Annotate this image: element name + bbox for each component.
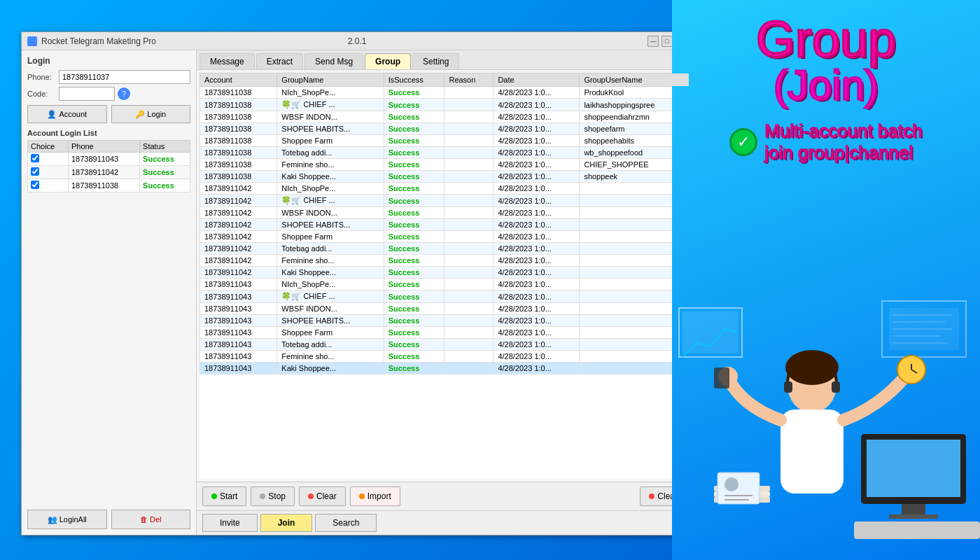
tab-sendmsg[interactable]: Send Msg xyxy=(304,53,363,69)
tab-join[interactable]: Join xyxy=(260,514,313,532)
cell-issuccess: Success xyxy=(384,219,444,231)
promo-join-text: (Join) xyxy=(756,64,896,106)
login-buttons: 👤 Account 🔑 Login xyxy=(27,105,190,123)
cell-reason xyxy=(444,303,493,315)
del-button[interactable]: 🗑 Del xyxy=(111,510,191,529)
table-row[interactable]: 18738911042 Feminine sho... Success 4/28… xyxy=(200,255,690,267)
tab-extract[interactable]: Extract xyxy=(256,53,303,69)
account-list-title: Account Login List xyxy=(27,129,190,137)
cell-date: 4/28/2023 1:0... xyxy=(493,279,580,290)
cell-issuccess: Success xyxy=(384,87,444,99)
cell-reason xyxy=(444,147,493,159)
sidebar-bottom: 👥 LoginAll 🗑 Del xyxy=(27,510,190,529)
table-row[interactable]: 18738911043 Totebag addi... Success 4/28… xyxy=(200,339,690,351)
del-icon: 🗑 xyxy=(140,515,148,524)
account-check-cell[interactable] xyxy=(28,153,69,166)
table-row[interactable]: 18738911042 🍀🛒 CHIEF ... Success 4/28/20… xyxy=(200,195,690,207)
table-row[interactable]: 18738911038 Kaki Shoppee... Success 4/28… xyxy=(200,171,690,183)
account-button[interactable]: 👤 Account xyxy=(27,105,107,123)
import-button[interactable]: Import xyxy=(350,486,400,506)
phone-input[interactable] xyxy=(59,70,190,84)
tab-invite[interactable]: Invite xyxy=(202,514,258,532)
cell-reason xyxy=(444,231,493,243)
tab-message[interactable]: Message xyxy=(200,53,255,69)
cell-groupname: Kaki Shoppee... xyxy=(277,363,384,374)
cell-account: 18738911043 xyxy=(200,327,277,339)
table-row[interactable]: 18738911043 SHOPEE HABITS... Success 4/2… xyxy=(200,315,690,327)
clear-button[interactable]: Clear xyxy=(299,486,346,506)
cell-groupname: SHOPEE HABITS... xyxy=(277,219,384,231)
cell-account: 18738911043 xyxy=(200,290,277,303)
table-row[interactable]: 18738911043 🍀🛒 CHIEF ... Success 4/28/20… xyxy=(200,290,690,303)
bottom-toolbar: Start Stop Clear Import Clear xyxy=(197,482,692,510)
tab-setting[interactable]: Setting xyxy=(412,53,459,69)
table-row[interactable]: 18738911042 Shoppee Farm Success 4/28/20… xyxy=(200,231,690,243)
table-row[interactable]: 18738911042 Kaki Shoppee... Success 4/28… xyxy=(200,267,690,279)
svg-point-10 xyxy=(785,350,839,385)
cell-reason xyxy=(444,290,493,303)
code-input[interactable] xyxy=(59,87,115,101)
cell-reason xyxy=(444,207,493,219)
help-button[interactable]: ? xyxy=(118,88,130,100)
start-dot xyxy=(211,493,217,499)
maximize-button[interactable]: □ xyxy=(662,36,673,47)
th-account: Account xyxy=(200,74,277,87)
table-row[interactable]: 18738911043 Feminine sho... Success 4/28… xyxy=(200,351,690,363)
table-row[interactable]: 18738911043 Kaki Shoppee... Success 4/28… xyxy=(200,363,690,374)
table-row[interactable]: 18738911042 WBSF INDON... Success 4/28/2… xyxy=(200,207,690,219)
cell-date: 4/28/2023 1:0... xyxy=(493,243,580,255)
app-title: Rocket Telegram Maketing Pro xyxy=(41,36,648,46)
start-button[interactable]: Start xyxy=(202,486,246,506)
login-button[interactable]: 🔑 Login xyxy=(111,105,191,123)
cell-account: 18738911038 xyxy=(200,135,277,147)
app-version: 2.0.1 xyxy=(348,36,367,46)
account-phone-cell: 18738911038 xyxy=(68,179,139,192)
cell-groupname: WBSF INDON... xyxy=(277,111,384,123)
table-row[interactable]: 18738911042 SHOPEE HABITS... Success 4/2… xyxy=(200,219,690,231)
cell-date: 4/28/2023 1:0... xyxy=(493,219,580,231)
account-check-cell[interactable] xyxy=(28,166,69,179)
account-check-cell[interactable] xyxy=(28,179,69,192)
table-row[interactable]: 18738911042 Totebag addi... Success 4/28… xyxy=(200,243,690,255)
cell-date: 4/28/2023 1:0... xyxy=(493,147,580,159)
cell-date: 4/28/2023 1:0... xyxy=(493,351,580,363)
table-row[interactable]: 18738911043 WBSF INDON... Success 4/28/2… xyxy=(200,303,690,315)
data-table: Account GroupName IsSuccess Reason Date … xyxy=(200,73,690,374)
cell-reason xyxy=(444,219,493,231)
table-row[interactable]: 18738911043 NIch_ShopPe... Success 4/28/… xyxy=(200,279,690,290)
cell-groupname: Feminine sho... xyxy=(277,159,384,171)
cell-groupname: 🍀🛒 CHIEF ... xyxy=(277,290,384,303)
cell-account: 18738911043 xyxy=(200,351,277,363)
table-row[interactable]: 18738911042 NIch_ShopPe... Success 4/28/… xyxy=(200,183,690,195)
cell-account: 18738911043 xyxy=(200,279,277,290)
table-row[interactable]: 18738911038 🍀🛒 CHIEF ... Success 4/28/20… xyxy=(200,99,690,111)
table-row[interactable]: 18738911038 Shoppee Farm Success 4/28/20… xyxy=(200,135,690,147)
login-all-button[interactable]: 👥 LoginAll xyxy=(27,510,107,529)
table-row[interactable]: 18738911038 SHOPEE HABITS... Success 4/2… xyxy=(200,123,690,135)
cell-groupname: Feminine sho... xyxy=(277,255,384,267)
col-choice: Choice xyxy=(28,141,69,153)
cell-issuccess: Success xyxy=(384,135,444,147)
stop-button[interactable]: Stop xyxy=(251,486,295,506)
table-row[interactable]: 18738911043 Shoppee Farm Success 4/28/20… xyxy=(200,327,690,339)
phone-label: Phone: xyxy=(27,73,59,81)
login-section: Login Phone: Code: ? 👤 Account 🔑 xyxy=(27,56,190,123)
table-row[interactable]: 18738911038 NIch_ShopPe... Success 4/28/… xyxy=(200,87,690,99)
cell-account: 18738911043 xyxy=(200,303,277,315)
cell-date: 4/28/2023 1:0... xyxy=(493,339,580,351)
cell-issuccess: Success xyxy=(384,207,444,219)
cell-issuccess: Success xyxy=(384,351,444,363)
illustration-area xyxy=(672,294,980,560)
th-reason: Reason xyxy=(444,74,493,87)
cell-reason xyxy=(444,339,493,351)
code-row: Code: ? xyxy=(27,87,190,101)
table-row[interactable]: 18738911038 Feminine sho... Success 4/28… xyxy=(200,159,690,171)
minimize-button[interactable]: — xyxy=(648,36,659,47)
cell-reason xyxy=(444,171,493,183)
tab-search[interactable]: Search xyxy=(315,514,377,532)
app-icon xyxy=(27,36,37,46)
cell-reason xyxy=(444,267,493,279)
tab-group[interactable]: Group xyxy=(365,53,411,69)
table-row[interactable]: 18738911038 WBSF INDON... Success 4/28/2… xyxy=(200,111,690,123)
table-row[interactable]: 18738911038 Totebag addi... Success 4/28… xyxy=(200,147,690,159)
